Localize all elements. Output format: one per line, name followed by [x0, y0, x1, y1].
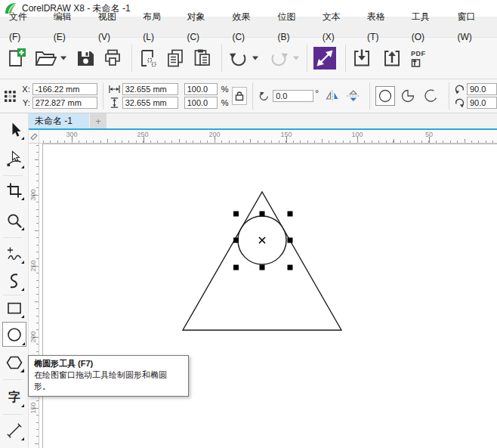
undo-button[interactable] — [228, 48, 248, 68]
export-button[interactable] — [382, 48, 402, 69]
separator — [307, 45, 307, 72]
ruler-label: 100 — [351, 131, 363, 138]
save-button[interactable] — [76, 48, 95, 68]
selection-handle[interactable] — [288, 238, 293, 243]
redo-dropdown-button — [293, 56, 299, 60]
menu-tools[interactable]: 工具(O) — [404, 7, 450, 48]
import-button[interactable] — [352, 48, 372, 69]
ruler-origin-button[interactable] — [29, 130, 39, 143]
arc-mode-button[interactable] — [421, 86, 440, 106]
tool-pick[interactable] — [4, 119, 25, 141]
open-folder-icon — [34, 48, 57, 68]
open-button[interactable] — [34, 48, 57, 68]
paste-button[interactable] — [193, 48, 212, 68]
selection-handle[interactable] — [260, 265, 265, 270]
tool-polygon[interactable] — [4, 352, 25, 373]
cut-button[interactable] — [138, 48, 158, 68]
scale-y-field[interactable] — [184, 97, 218, 109]
toolbox: 字 — [0, 113, 29, 448]
horizontal-ruler-row: 300 250 200 150 100 50 — [29, 130, 497, 144]
ruler-label: 300 — [29, 184, 38, 206]
flyout-arrow-icon — [21, 288, 24, 291]
tool-artistic-media[interactable] — [4, 270, 25, 292]
coreldraw-window: CorelDRAW X8 - 未命名 -1 文件(F) 编辑(E) 视图(V) … — [0, 0, 497, 448]
app-launcher-icon — [313, 47, 336, 70]
menu-text[interactable]: 文本(X) — [315, 7, 360, 48]
new-document-button[interactable] — [5, 48, 26, 69]
menu-layout[interactable]: 布局(L) — [135, 7, 179, 48]
object-width-icon — [109, 85, 120, 94]
y-position-field[interactable] — [32, 97, 97, 109]
chevron-down-icon — [252, 56, 258, 60]
tool-text[interactable]: 字 — [4, 387, 25, 408]
chevron-down-icon — [293, 56, 299, 60]
copy-button[interactable] — [165, 48, 185, 68]
tool-freehand[interactable] — [4, 243, 25, 264]
canvas-row: 300 250 200 150 — [29, 144, 497, 448]
start-angle-field[interactable] — [467, 83, 497, 95]
menu-window[interactable]: 窗口(W) — [449, 7, 497, 48]
selection-handle[interactable] — [288, 265, 293, 270]
scale-y-percent: % — [221, 98, 229, 107]
tool-rectangle[interactable] — [4, 298, 25, 319]
tooltip-body: 在绘图窗口拖动工具绘制圆形和椭圆形。 — [34, 369, 183, 392]
horizontal-ruler[interactable]: 300 250 200 150 100 50 — [39, 130, 497, 143]
separator — [345, 45, 346, 72]
redo-button — [269, 48, 289, 68]
flyout-arrow-icon — [21, 197, 24, 200]
degree-label: ° — [315, 88, 319, 99]
menu-effects[interactable]: 效果(C) — [224, 7, 270, 48]
rotation-angle-field[interactable] — [273, 90, 313, 102]
tooltip-title: 椭圆形工具 (F7) — [34, 358, 183, 369]
tool-ellipse[interactable] — [2, 322, 26, 347]
redo-icon — [269, 48, 289, 68]
selection-handle[interactable] — [288, 212, 293, 217]
lock-ratio-button[interactable] — [232, 87, 247, 105]
tool-shape[interactable] — [4, 148, 25, 169]
tool-crop[interactable] — [4, 180, 25, 201]
menu-table[interactable]: 表格(T) — [360, 7, 404, 48]
separator — [103, 82, 103, 110]
object-center-mark[interactable] — [259, 237, 265, 243]
tool-parallel-dimension[interactable] — [4, 420, 25, 441]
ellipse-mode-button[interactable] — [375, 86, 395, 106]
position-fields: X: Y: — [20, 83, 97, 109]
end-angle-icon — [455, 98, 465, 108]
mirror-vertical-icon[interactable] — [346, 90, 361, 102]
document-area: 未命名 -1 + 300 250 200 150 100 — [29, 113, 497, 448]
scale-x-field[interactable] — [184, 83, 218, 95]
publish-to-pdf-button[interactable]: PDF — [411, 50, 426, 67]
paste-icon — [193, 48, 212, 68]
selection-handle[interactable] — [260, 212, 265, 217]
open-dropdown-button[interactable] — [60, 56, 66, 60]
menu-file[interactable]: 文件(F) — [2, 7, 46, 48]
separator — [3, 379, 23, 380]
x-position-field[interactable] — [32, 83, 97, 95]
object-width-field[interactable] — [122, 83, 178, 95]
menu-edit[interactable]: 编辑(E) — [46, 7, 91, 48]
selection-handle[interactable] — [233, 238, 239, 243]
main-area: 字 未命名 -1 + — [0, 113, 497, 448]
print-button[interactable] — [103, 48, 122, 68]
document-tab[interactable]: 未命名 -1 — [29, 113, 89, 128]
object-height-field[interactable] — [122, 97, 178, 109]
mirror-horizontal-icon[interactable] — [325, 90, 340, 102]
drawing-canvas[interactable] — [39, 144, 497, 448]
arc-shape-icon — [422, 88, 439, 104]
selection-handle[interactable] — [233, 265, 239, 270]
selection-handle[interactable] — [233, 212, 239, 217]
tooltip: 椭圆形工具 (F7) 在绘图窗口拖动工具绘制圆形和椭圆形。 — [28, 355, 189, 397]
tool-zoom[interactable] — [4, 210, 25, 231]
pie-mode-button[interactable] — [398, 86, 418, 106]
drawing-shapes — [39, 144, 497, 448]
menu-bitmaps[interactable]: 位图(B) — [270, 7, 314, 48]
end-angle-field[interactable] — [467, 97, 497, 109]
publish-to-pdf-icon — [411, 57, 421, 67]
menu-object[interactable]: 对象(C) — [179, 7, 224, 48]
vertical-ruler[interactable]: 300 250 200 150 — [29, 144, 39, 448]
scale-fields: % % — [184, 83, 229, 109]
menu-view[interactable]: 视图(V) — [91, 7, 135, 48]
app-launcher-button[interactable] — [313, 47, 336, 70]
undo-dropdown-button[interactable] — [252, 56, 258, 60]
new-document-tab-button[interactable]: + — [90, 113, 106, 128]
